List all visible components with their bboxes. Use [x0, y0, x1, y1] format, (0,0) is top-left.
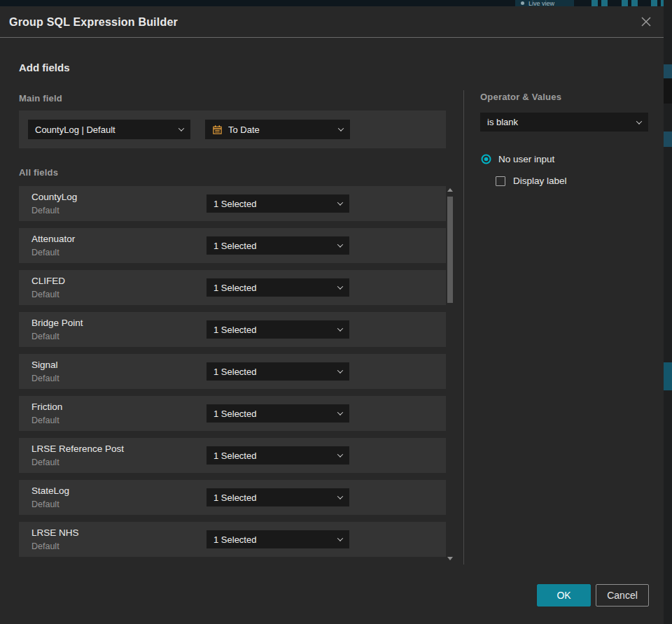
chevron-down-icon	[338, 125, 344, 131]
operator-values-label: Operator & Values	[480, 92, 561, 102]
field-source-label: Default	[31, 248, 59, 257]
field-selection-select[interactable]: 1 Selected	[206, 446, 349, 465]
chevron-down-icon	[337, 451, 343, 457]
radio-selected-icon	[481, 154, 491, 164]
field-source-label: Default	[31, 206, 59, 215]
field-selection-select[interactable]: 1 Selected	[206, 236, 349, 255]
field-selection-value: 1 Selected	[214, 409, 332, 419]
field-name: CLIFED	[31, 276, 65, 286]
display-label-checkbox-row[interactable]: Display label	[496, 176, 567, 186]
scroll-down-icon[interactable]	[447, 557, 453, 560]
field-selection-value: 1 Selected	[214, 451, 332, 461]
background-fragment	[664, 78, 672, 104]
background-fragment	[664, 132, 672, 147]
field-selection-select[interactable]: 1 Selected	[206, 362, 349, 381]
chevron-down-icon	[337, 409, 343, 415]
field-selection-value: 1 Selected	[214, 492, 332, 503]
ok-button[interactable]: OK	[537, 584, 591, 607]
all-fields-list: CountyLog Default 1 Selected Attenuator …	[19, 186, 446, 564]
field-row: StateLog Default 1 Selected	[19, 480, 446, 515]
cancel-button[interactable]: Cancel	[596, 584, 649, 607]
display-label-label: Display label	[513, 176, 567, 186]
main-field-select-value: CountyLog | Default	[35, 125, 174, 135]
all-fields-label: All fields	[19, 167, 58, 178]
background-fragment	[664, 362, 672, 390]
all-fields-scrollbar[interactable]	[447, 187, 454, 562]
operator-select-value: is blank	[487, 117, 631, 127]
background-toolbar-icon	[622, 0, 628, 6]
main-field-panel: CountyLog | Default To Date	[19, 111, 446, 148]
checkbox-unchecked-icon[interactable]	[496, 176, 505, 186]
field-name: StateLog	[31, 485, 69, 496]
field-selection-select[interactable]: 1 Selected	[206, 194, 349, 213]
field-source-label: Default	[31, 332, 59, 341]
field-name: LRSE NHS	[31, 527, 79, 538]
field-source-label: Default	[31, 458, 59, 467]
panel-divider	[463, 90, 464, 565]
field-selection-value: 1 Selected	[214, 367, 332, 377]
live-view-label: Live view	[528, 0, 554, 6]
chevron-down-icon	[337, 535, 343, 541]
field-source-label: Default	[31, 499, 59, 509]
field-source-label: Default	[31, 416, 59, 425]
field-name: Friction	[31, 402, 62, 412]
field-name: Bridge Point	[31, 318, 83, 328]
field-selection-value: 1 Selected	[214, 241, 332, 251]
operator-select[interactable]: is blank	[480, 113, 648, 132]
field-name: LRSE Reference Post	[31, 444, 124, 454]
field-row: CLIFED Default 1 Selected	[19, 270, 446, 305]
close-icon[interactable]	[639, 15, 653, 29]
background-app-top-strip: Live view	[0, 0, 672, 6]
no-user-input-label: No user input	[498, 154, 554, 164]
background-toolbar-icon	[651, 0, 657, 6]
add-fields-heading: Add fields	[19, 62, 70, 73]
scroll-up-icon[interactable]	[447, 188, 453, 192]
chevron-down-icon	[636, 118, 642, 124]
group-sql-expression-builder-dialog: Group SQL Expression Builder Add fields …	[0, 6, 664, 624]
field-row: CountyLog Default 1 Selected	[19, 186, 446, 221]
field-row: Attenuator Default 1 Selected	[19, 228, 446, 263]
background-fragment	[664, 64, 672, 78]
field-source-label: Default	[31, 541, 59, 551]
field-selection-value: 1 Selected	[214, 534, 332, 545]
field-source-label: Default	[31, 290, 59, 299]
field-row: LRSE Reference Post Default 1 Selected	[19, 438, 446, 473]
field-selection-select[interactable]: 1 Selected	[206, 404, 349, 423]
field-selection-select[interactable]: 1 Selected	[206, 488, 349, 506]
field-selection-select[interactable]: 1 Selected	[206, 530, 349, 548]
chevron-down-icon	[337, 325, 343, 331]
date-type-select[interactable]: To Date	[205, 120, 350, 139]
background-app-right-strip	[664, 0, 672, 624]
dialog-header: Group SQL Expression Builder	[0, 6, 664, 38]
field-name: Signal	[31, 360, 58, 370]
field-row: Friction Default 1 Selected	[19, 396, 446, 431]
live-view-dot-icon	[521, 1, 524, 5]
chevron-down-icon	[337, 367, 343, 373]
chevron-down-icon	[337, 493, 343, 499]
field-selection-select[interactable]: 1 Selected	[206, 278, 349, 297]
background-toolbar-icon	[592, 0, 598, 6]
chevron-down-icon	[337, 283, 343, 289]
chevron-down-icon	[178, 125, 184, 131]
chevron-down-icon	[337, 199, 343, 205]
field-selection-value: 1 Selected	[214, 283, 332, 293]
field-row: Bridge Point Default 1 Selected	[19, 312, 446, 347]
scrollbar-thumb[interactable]	[447, 197, 453, 303]
calendar-icon	[212, 125, 223, 135]
field-name: Attenuator	[31, 234, 75, 244]
background-toolbar-icon	[631, 0, 638, 6]
main-field-label: Main field	[19, 93, 62, 104]
field-selection-select[interactable]: 1 Selected	[206, 320, 349, 339]
field-name: CountyLog	[31, 192, 77, 202]
field-row: Signal Default 1 Selected	[19, 354, 446, 389]
chevron-down-icon	[337, 241, 343, 247]
no-user-input-radio[interactable]: No user input	[481, 154, 554, 164]
field-selection-value: 1 Selected	[214, 325, 332, 335]
date-type-select-value: To Date	[228, 125, 333, 135]
field-selection-value: 1 Selected	[214, 199, 332, 209]
field-source-label: Default	[31, 374, 59, 383]
background-toolbar-icon	[601, 0, 608, 6]
dialog-title: Group SQL Expression Builder	[9, 6, 178, 38]
field-row: LRSE NHS Default 1 Selected	[19, 522, 446, 557]
main-field-select[interactable]: CountyLog | Default	[28, 120, 190, 139]
